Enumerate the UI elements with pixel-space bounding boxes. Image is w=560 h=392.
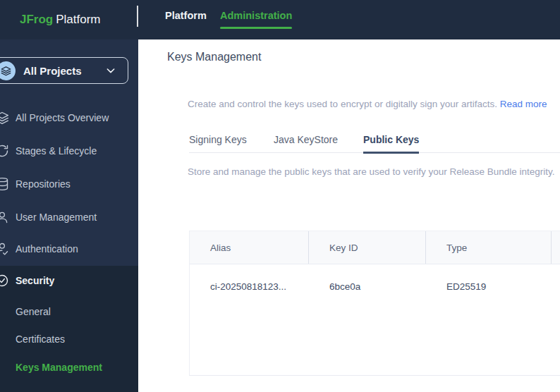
- sidebar-item-all-projects-overview[interactable]: All Projects Overview: [0, 109, 138, 126]
- tab-java-keystore[interactable]: Java KeyStore: [274, 131, 338, 153]
- authentication-icon: [0, 242, 10, 256]
- tab-signing-keys[interactable]: Signing Keys: [189, 131, 247, 153]
- cell-key-id: 6bce0a: [309, 281, 426, 292]
- user-icon: [0, 210, 10, 224]
- column-header-key-id: Key ID: [309, 231, 426, 264]
- security-section: Security General Certificates Keys Manag…: [0, 266, 138, 392]
- cell-alias: ci-20250818123...: [190, 281, 309, 292]
- project-selector-label: All Projects: [23, 65, 105, 77]
- sidebar-item-repositories[interactable]: Repositories: [0, 176, 138, 192]
- sidebar-item-label: Repositories: [16, 178, 71, 190]
- tab-public-keys[interactable]: Public Keys: [363, 131, 419, 153]
- page-description: Create and control the keys used to encr…: [188, 99, 547, 109]
- main-content: Keys Management Create and control the k…: [138, 39, 560, 392]
- sidebar-item-authentication[interactable]: Authentication: [0, 240, 138, 257]
- chevron-down-icon: [105, 65, 116, 76]
- sidebar-item-stages-lifecycle[interactable]: Stages & Lifecycle: [0, 142, 138, 159]
- sidebar-item-label: General: [16, 306, 51, 317]
- sidebar-item-keys-management[interactable]: Keys Management: [0, 359, 138, 376]
- sidebar-item-label: All Projects Overview: [16, 112, 109, 123]
- logo-brand: JFrog: [20, 13, 53, 26]
- page-description-text: Create and control the keys used to encr…: [188, 99, 497, 109]
- overview-layers-icon: [0, 111, 10, 125]
- sidebar-item-certificates[interactable]: Certificates: [0, 331, 138, 348]
- cell-type: ED25519: [426, 281, 552, 292]
- table-header-row: Alias Key ID Type: [190, 231, 560, 264]
- sidebar-item-label: Security: [16, 275, 54, 286]
- sidebar-item-user-management[interactable]: User Management: [0, 209, 138, 226]
- sidebar: All Projects All Projects Overview Stage…: [0, 39, 138, 392]
- sidebar-item-label: Stages & Lifecycle: [16, 145, 97, 157]
- sidebar-item-label: Authentication: [16, 243, 78, 255]
- header-divider: [137, 6, 138, 27]
- security-shield-icon: [0, 274, 10, 288]
- keys-tabs: Signing Keys Java KeyStore Public Keys: [189, 131, 560, 153]
- sidebar-item-security[interactable]: Security: [0, 272, 138, 289]
- logo-suffix: Platform: [56, 13, 100, 26]
- sidebar-item-label: Keys Management: [16, 362, 102, 373]
- repositories-icon: [0, 177, 10, 191]
- read-more-link[interactable]: Read more: [500, 99, 547, 109]
- column-header-empty: [552, 231, 560, 264]
- sidebar-item-general[interactable]: General: [0, 303, 138, 320]
- tab-administration[interactable]: Administration: [220, 8, 292, 23]
- projects-layers-icon: [0, 61, 16, 80]
- table-row[interactable]: ci-20250818123... 6bce0a ED25519: [190, 264, 560, 308]
- top-header: JFrogPlatform Platform Administration: [0, 0, 560, 39]
- jfrog-logo: JFrogPlatform: [20, 0, 101, 39]
- sidebar-item-label: Certificates: [16, 333, 65, 345]
- public-keys-table: Alias Key ID Type ci-20250818123... 6bce…: [189, 231, 560, 376]
- lifecycle-icon: [0, 144, 10, 158]
- page-title: Keys Management: [167, 51, 261, 63]
- sidebar-item-label: User Management: [16, 212, 97, 223]
- column-header-type: Type: [426, 231, 552, 264]
- tab-description: Store and manage the public keys that ar…: [188, 166, 555, 177]
- project-selector-dropdown[interactable]: All Projects: [0, 57, 128, 84]
- column-header-alias: Alias: [190, 231, 309, 264]
- tab-platform[interactable]: Platform: [165, 8, 207, 23]
